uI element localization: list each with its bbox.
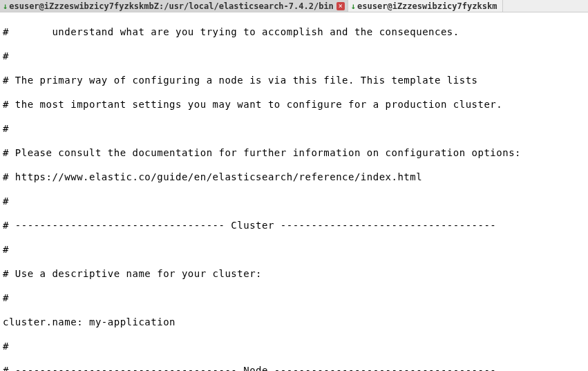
config-line: # Use a descriptive name for your cluste… bbox=[3, 268, 585, 280]
config-line: # bbox=[3, 196, 585, 208]
config-line: # bbox=[3, 50, 585, 63]
config-line: # the most important settings you may wa… bbox=[3, 99, 585, 111]
close-icon[interactable]: × bbox=[336, 2, 345, 10]
config-line: # bbox=[3, 244, 585, 256]
config-line: cluster.name: my-application bbox=[3, 316, 585, 329]
terminal-tab-inactive[interactable]: ↓ esuser@iZzzeswibzicy7fyzkskm bbox=[348, 0, 504, 12]
config-line: # ------------------------------------ N… bbox=[3, 365, 585, 372]
config-line: # https://www.elastic.co/guide/en/elasti… bbox=[3, 171, 585, 184]
config-line: # Please consult the documentation for f… bbox=[3, 147, 585, 160]
config-line: # bbox=[3, 341, 585, 353]
config-line: # The primary way of configuring a node … bbox=[3, 75, 585, 87]
text-editor-content[interactable]: # understand what are you trying to acco… bbox=[0, 12, 588, 371]
config-line: # bbox=[3, 292, 585, 305]
arrow-down-icon: ↓ bbox=[3, 1, 8, 11]
terminal-tab-active[interactable]: ↓ esuser@iZzzeswibzicy7fyzkskmbZ:/usr/lo… bbox=[0, 0, 348, 12]
config-line: # ---------------------------------- Clu… bbox=[3, 220, 585, 232]
tab-bar: ↓ esuser@iZzzeswibzicy7fyzkskmbZ:/usr/lo… bbox=[0, 0, 588, 12]
tab-title-right: esuser@iZzzeswibzicy7fyzkskm bbox=[357, 1, 497, 11]
tab-title-left: esuser@iZzzeswibzicy7fyzkskmbZ:/usr/loca… bbox=[9, 1, 334, 11]
arrow-down-icon: ↓ bbox=[351, 1, 356, 11]
config-line: # understand what are you trying to acco… bbox=[3, 26, 585, 39]
config-line: # bbox=[3, 123, 585, 135]
